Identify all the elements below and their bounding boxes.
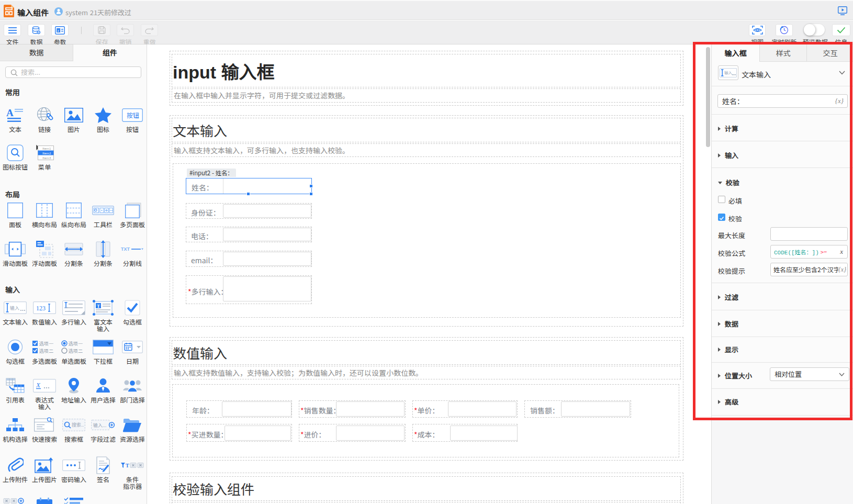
- svg-text:Item1: Item1: [42, 146, 51, 151]
- svg-text:选项一: 选项一: [69, 340, 83, 347]
- svg-text:X: X: [36, 381, 41, 389]
- svg-text:选项二: 选项二: [39, 348, 53, 354]
- svg-text:TXT: TXT: [121, 247, 130, 252]
- svg-text:输入: 输入: [10, 305, 19, 311]
- svg-text:T: T: [126, 463, 129, 468]
- svg-text:选项一: 选项一: [39, 340, 53, 347]
- svg-text:选项二: 选项二: [69, 348, 83, 354]
- svg-text:输入...: 输入...: [93, 422, 107, 429]
- svg-text:123: 123: [36, 305, 46, 312]
- svg-text:Item3: Item3: [42, 155, 51, 160]
- svg-text:搜索..: 搜索..: [72, 421, 84, 428]
- svg-text:A: A: [6, 107, 14, 118]
- svg-text:T: T: [97, 304, 100, 309]
- svg-text:按钮: 按钮: [127, 110, 139, 119]
- svg-text:x: x: [57, 28, 60, 32]
- svg-text:Item2: Item2: [42, 151, 51, 155]
